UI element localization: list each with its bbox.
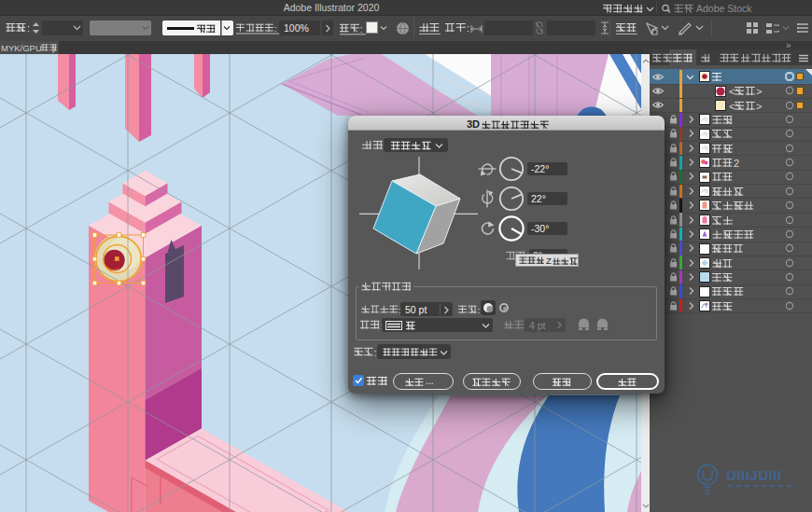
svg-text:<: < <box>729 101 735 112</box>
svg-text::: : <box>477 304 480 314</box>
svg-text:2: 2 <box>734 158 739 169</box>
svg-text:<: < <box>729 86 735 97</box>
svg-text::: : <box>467 22 469 34</box>
svg-text:>: > <box>755 101 761 112</box>
svg-text:>: > <box>755 86 761 97</box>
svg-text:UIIIJUIII: UIIIJUIII <box>726 467 782 483</box>
svg-text::: : <box>27 22 30 34</box>
svg-text::: : <box>360 22 363 34</box>
svg-text::: : <box>274 22 277 33</box>
